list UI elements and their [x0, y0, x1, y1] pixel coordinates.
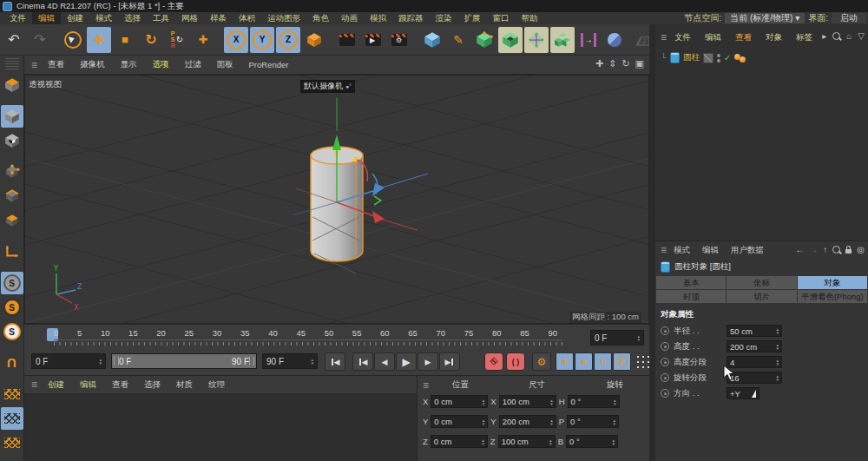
- polygons-mode-button[interactable]: [1, 209, 23, 232]
- edges-mode-button[interactable]: [1, 185, 23, 207]
- mat-menu-edit[interactable]: 编辑: [73, 379, 103, 391]
- move-secondary-tool[interactable]: ✚: [191, 27, 215, 53]
- prev-key-button[interactable]: ◀: [352, 352, 373, 371]
- vp-menu-options[interactable]: 选项: [146, 59, 176, 70]
- viewport-canvas[interactable]: Y Z X 透视视图 默认摄像机●° 网格间距 : 100 cm: [24, 75, 649, 324]
- play-button[interactable]: ▶: [396, 352, 417, 371]
- vp-menu-view[interactable]: 查看: [41, 59, 71, 70]
- menu-tools[interactable]: 工具: [147, 12, 175, 24]
- sphere-field-button[interactable]: [602, 27, 627, 53]
- viewport-maximize-icon[interactable]: ▣: [635, 58, 644, 69]
- key-scale-button[interactable]: ■: [575, 352, 593, 371]
- menu-tracker[interactable]: 跟踪器: [392, 12, 430, 24]
- am-up-icon[interactable]: ↑: [823, 245, 827, 254]
- menu-select[interactable]: 选择: [118, 12, 147, 24]
- frame-field-right[interactable]: 0 F ▴▾: [590, 330, 644, 346]
- om-menu-grip[interactable]: ≡: [661, 31, 667, 43]
- radius-field[interactable]: 50 cm▴▾: [727, 325, 782, 337]
- menu-spline[interactable]: 样条: [204, 12, 233, 24]
- am-menu-mode[interactable]: 模式: [668, 245, 695, 256]
- mat-menu-material[interactable]: 材质: [169, 379, 200, 391]
- coords-menu-grip[interactable]: ≡: [423, 379, 429, 392]
- vp-menu-cameras[interactable]: 摄像机: [73, 59, 112, 70]
- am-lock-icon[interactable]: [845, 249, 852, 254]
- height-segments-anim-dot[interactable]: [661, 358, 669, 366]
- model-mode-button[interactable]: [1, 105, 23, 128]
- rotation-segments-anim-dot[interactable]: [661, 373, 669, 382]
- height-field[interactable]: 200 cm▴▾: [727, 340, 782, 352]
- om-expand-icon[interactable]: ▸: [822, 31, 826, 41]
- key-rotation-button[interactable]: ↻: [594, 352, 612, 371]
- snap-quantize-button[interactable]: S: [1, 296, 23, 319]
- current-frame-field[interactable]: 0 F ▴▾: [31, 353, 106, 369]
- enable-check-icon[interactable]: ✓: [724, 53, 731, 63]
- interface-dropdown[interactable]: 启动: [832, 13, 866, 23]
- menu-mesh[interactable]: 网格: [175, 12, 204, 24]
- material-menu-grip[interactable]: ≡: [31, 379, 37, 391]
- viewport-menu-grip[interactable]: ≡: [31, 59, 37, 71]
- tab-slice[interactable]: 切片: [727, 290, 796, 303]
- am-forward-icon[interactable]: →: [809, 245, 818, 254]
- mat-menu-create[interactable]: 创建: [41, 379, 71, 391]
- object-tree-row[interactable]: └ 圆柱 ✓: [655, 47, 868, 63]
- om-menu-view[interactable]: 查看: [729, 32, 758, 43]
- menu-character[interactable]: 角色: [306, 12, 335, 24]
- am-menu-userdata[interactable]: 用户数据: [726, 245, 769, 256]
- make-editable-button[interactable]: [1, 74, 23, 96]
- phong-tag-icon[interactable]: [734, 54, 746, 63]
- y-axis-lock[interactable]: Y: [250, 27, 274, 53]
- menu-volume[interactable]: 体积: [233, 12, 261, 24]
- render-to-picture-viewer-button[interactable]: ▶: [361, 27, 385, 53]
- menu-window[interactable]: 窗口: [487, 12, 516, 24]
- rotation-segments-field[interactable]: 16▴▾: [727, 372, 782, 384]
- size-z-field[interactable]: 100 cm▴▾: [498, 435, 556, 448]
- end-frame-field[interactable]: 90 F ▴▾: [262, 353, 318, 369]
- undo-button[interactable]: ↶: [2, 27, 26, 53]
- timeline-ruler[interactable]: 051015202530354045505560657075808590: [31, 328, 583, 349]
- om-home-icon[interactable]: ⌂: [846, 31, 852, 41]
- viewport-zoom-icon[interactable]: ⇕: [608, 58, 616, 69]
- mat-menu-view[interactable]: 查看: [105, 379, 135, 391]
- orientation-dropdown[interactable]: +Y: [727, 387, 760, 399]
- am-target-icon[interactable]: ◎: [857, 245, 865, 254]
- rotation-h-field[interactable]: 0 °▴▾: [568, 395, 620, 408]
- radius-anim-dot[interactable]: [661, 326, 669, 335]
- tab-basic[interactable]: 基本: [656, 276, 726, 289]
- position-y-field[interactable]: 0 cm▴▾: [431, 415, 488, 428]
- om-search-icon[interactable]: [832, 32, 840, 40]
- snap-workplane-button[interactable]: S: [1, 320, 23, 343]
- om-filter-icon[interactable]: ▽: [858, 31, 865, 41]
- size-x-field[interactable]: 100 cm▴▾: [499, 395, 556, 408]
- workplane-button[interactable]: [1, 383, 23, 405]
- record-keyframe-button[interactable]: ⚿: [484, 352, 503, 371]
- material-list-area[interactable]: [24, 394, 417, 461]
- am-search-icon[interactable]: [832, 246, 840, 254]
- snap-enable-button[interactable]: S: [1, 272, 23, 294]
- height-anim-dot[interactable]: [661, 342, 669, 351]
- layer-toggle-icon[interactable]: [703, 53, 713, 63]
- om-menu-object[interactable]: 对象: [760, 32, 788, 43]
- generator-button[interactable]: [498, 27, 523, 53]
- vp-menu-prorender[interactable]: ProRender: [242, 60, 296, 69]
- coordinate-system-button[interactable]: [302, 27, 326, 53]
- last-tool-psr[interactable]: PSR ↻: [165, 27, 189, 53]
- volume-builder-button[interactable]: [550, 27, 575, 53]
- om-menu-tags[interactable]: 标签: [790, 32, 819, 43]
- camera-label[interactable]: 默认摄像机●°: [300, 80, 355, 93]
- am-menu-grip[interactable]: ≡: [661, 244, 667, 256]
- rotation-b-field[interactable]: 0 °▴▾: [566, 435, 618, 448]
- position-x-field[interactable]: 0 cm▴▾: [431, 395, 488, 408]
- key-parameter-button[interactable]: P: [613, 352, 631, 371]
- frame-range-slider[interactable]: 0 F90 F: [111, 353, 257, 369]
- view-label[interactable]: 透视视图: [29, 79, 62, 90]
- planar-workplane-button[interactable]: [1, 407, 23, 430]
- interactive-workplane-button[interactable]: [1, 431, 23, 454]
- cylinder-object-icon[interactable]: [670, 52, 680, 63]
- rotation-p-field[interactable]: 0 °▴▾: [567, 415, 619, 428]
- size-y-field[interactable]: 200 cm▴▾: [499, 415, 556, 428]
- menu-mode[interactable]: 模式: [89, 12, 118, 24]
- tab-phong[interactable]: 平滑着色(Phong): [798, 290, 867, 303]
- vp-menu-panel[interactable]: 面板: [210, 59, 240, 70]
- mat-menu-select[interactable]: 选择: [137, 379, 168, 391]
- menu-simulate[interactable]: 模拟: [364, 12, 392, 24]
